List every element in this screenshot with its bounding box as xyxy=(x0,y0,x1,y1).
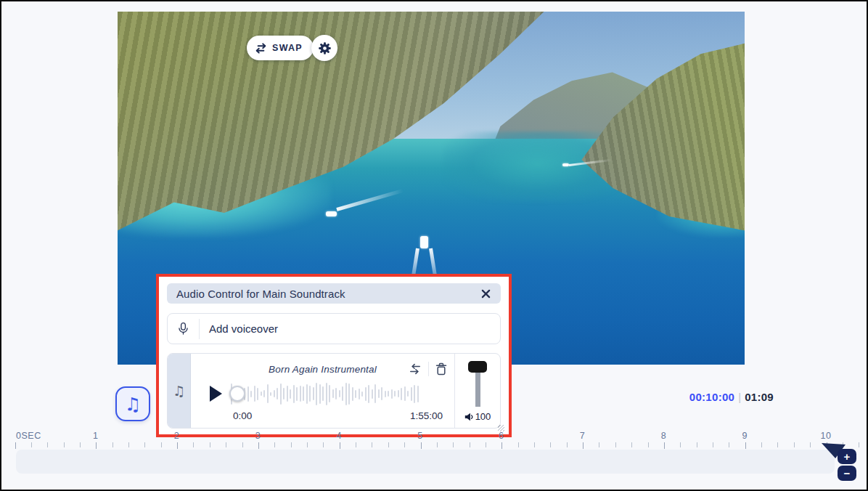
waveform-bar xyxy=(352,387,353,401)
ruler-tick xyxy=(291,442,292,447)
ruler-tick xyxy=(518,442,519,447)
ruler-tick xyxy=(421,442,422,449)
waveform-bar xyxy=(309,386,311,402)
waveform-bar xyxy=(250,391,252,397)
track-type-strip: ♫ xyxy=(168,354,191,428)
waveform-bar xyxy=(414,385,415,403)
waveform-bar xyxy=(319,384,321,404)
trash-icon xyxy=(435,362,447,376)
ruler-label: 7 xyxy=(580,431,585,441)
waveform-bar xyxy=(257,388,258,400)
time-separator: | xyxy=(738,391,741,403)
time-display: 00:10:00|01:09 xyxy=(653,391,774,403)
ruler-tick xyxy=(550,442,551,447)
divider xyxy=(199,319,200,339)
ruler-tick xyxy=(501,442,502,449)
waveform-bar xyxy=(378,389,380,398)
waveform-bar xyxy=(394,391,396,397)
waveform-bar xyxy=(306,384,308,404)
volume-slider-handle[interactable] xyxy=(468,361,487,373)
zoom-in-button[interactable]: + xyxy=(838,449,856,464)
ruler-tick xyxy=(794,442,795,447)
waveform-bar xyxy=(417,386,419,402)
swap-button-label: SWAP xyxy=(272,43,303,53)
waveform-bar xyxy=(290,389,291,399)
total-duration: 01:09 xyxy=(745,391,774,403)
waveform-bar xyxy=(261,391,262,396)
waveform-bar xyxy=(368,385,369,403)
ruler-tick xyxy=(777,442,778,447)
track-title: Born Again Instrumental xyxy=(269,364,377,375)
waveform-bar xyxy=(404,386,406,401)
waveform-bar xyxy=(407,391,409,397)
ruler-tick xyxy=(47,442,48,447)
ruler-tick xyxy=(453,442,454,447)
ruler-tick xyxy=(810,442,811,447)
waveform-bar xyxy=(342,386,343,401)
settings-button[interactable] xyxy=(311,35,337,61)
ruler-tick xyxy=(112,442,113,447)
ruler-tick xyxy=(599,442,599,447)
soundtrack-row: ♫ Born Again Instrumental xyxy=(167,353,501,429)
ruler-tick xyxy=(210,442,210,447)
close-button[interactable] xyxy=(480,288,491,299)
ruler-tick xyxy=(404,442,405,447)
waveform-bar xyxy=(263,390,265,397)
ruler-tick xyxy=(486,442,486,447)
ruler-label: 0SEC xyxy=(16,431,41,441)
ruler-tick xyxy=(664,442,665,449)
volume-control: 100 xyxy=(454,354,500,428)
timeline-track[interactable] xyxy=(16,450,835,474)
ruler-tick xyxy=(615,442,616,447)
boat xyxy=(420,236,428,248)
audio-waveform[interactable] xyxy=(231,381,419,407)
waveform-bar xyxy=(345,383,347,405)
boat xyxy=(562,163,569,166)
swap-button[interactable]: SWAP xyxy=(247,36,314,60)
ruler-tick xyxy=(470,442,470,447)
waveform-bar xyxy=(300,386,301,402)
ruler-tick xyxy=(64,442,65,447)
ruler-tick xyxy=(761,442,762,447)
waveform-bar xyxy=(388,391,389,397)
waveform-bar xyxy=(365,387,367,401)
add-voiceover-label: Add voiceover xyxy=(209,322,278,335)
waveform-bar xyxy=(359,389,360,399)
swap-arrows-icon xyxy=(409,363,422,375)
volume-slider-track[interactable] xyxy=(475,373,480,407)
waveform-bar xyxy=(270,392,271,396)
ruler-label: 9 xyxy=(742,431,747,441)
music-track-button[interactable]: ♫ xyxy=(115,386,150,421)
ruler-tick xyxy=(648,442,649,447)
ruler-tick xyxy=(745,442,746,449)
ruler-tick xyxy=(15,442,16,449)
divider xyxy=(428,362,429,376)
boat xyxy=(326,211,337,216)
waveform-bar xyxy=(381,387,382,400)
ruler-tick xyxy=(631,442,632,447)
panel-header: Audio Control for Main Soundtrack xyxy=(167,283,501,304)
delete-track-button[interactable] xyxy=(435,362,447,376)
panel-title: Audio Control for Main Soundtrack xyxy=(176,288,345,300)
waveform-bar xyxy=(335,388,337,399)
waveform-bar xyxy=(329,385,330,402)
waveform-bar xyxy=(313,387,314,400)
waveform-scrubber[interactable] xyxy=(229,386,245,402)
ruler-tick xyxy=(274,442,275,447)
waveform-bar xyxy=(372,389,373,399)
music-note-icon: ♫ xyxy=(173,383,185,399)
ruler-tick xyxy=(534,442,535,447)
microphone-icon xyxy=(177,321,189,337)
panel-resize-handle[interactable] xyxy=(498,425,504,431)
waveform-bar xyxy=(401,388,402,400)
add-voiceover-button[interactable]: Add voiceover xyxy=(167,313,501,344)
ruler-tick xyxy=(226,442,226,447)
ruler-tick xyxy=(388,442,389,447)
volume-value: 100 xyxy=(475,411,491,422)
play-button[interactable] xyxy=(210,386,222,402)
waveform-bar xyxy=(277,388,278,399)
ruler-tick xyxy=(583,442,584,449)
zoom-out-button[interactable]: − xyxy=(838,466,856,481)
replace-track-button[interactable] xyxy=(409,363,422,375)
ruler-tick xyxy=(340,442,340,449)
